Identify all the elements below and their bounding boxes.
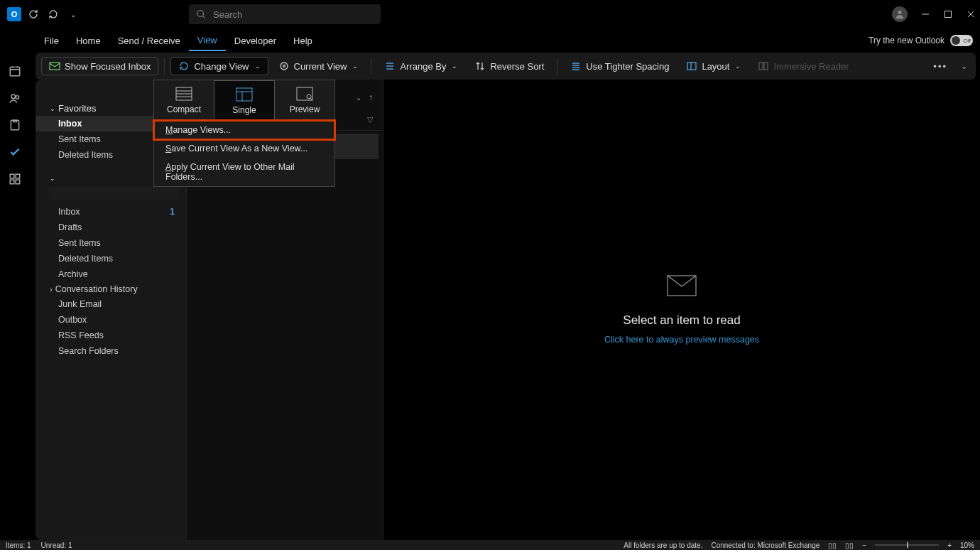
svg-point-0 — [197, 11, 204, 17]
svg-rect-2 — [945, 11, 952, 18]
folder-deleted[interactable]: Deleted Items — [36, 251, 186, 266]
svg-rect-15 — [687, 63, 696, 70]
arrange-by-button[interactable]: Arrange By⌄ — [377, 58, 464, 75]
menu-home[interactable]: Home — [67, 31, 109, 50]
folder-junk[interactable]: Junk Email — [36, 296, 186, 312]
try-new-toggle[interactable]: Off — [950, 35, 973, 46]
menu-developer[interactable]: Developer — [226, 31, 285, 50]
folder-sent[interactable]: Sent Items — [36, 235, 186, 251]
save-current-view-item[interactable]: Save Current View As a New View... — [154, 139, 334, 158]
customize-down-icon[interactable]: ⌄ — [65, 6, 81, 22]
view-preview[interactable]: Preview — [275, 80, 334, 120]
immersive-reader-button: Immersive Reader — [751, 58, 856, 75]
undo-icon[interactable] — [45, 6, 61, 22]
svg-rect-4 — [10, 67, 20, 75]
maximize-button[interactable] — [943, 9, 953, 19]
folder-inbox[interactable]: Inbox1 — [36, 204, 186, 220]
account-name-obscured — [48, 187, 179, 200]
always-preview-link[interactable]: Click here to always preview messages — [604, 335, 759, 345]
menu-send-receive[interactable]: Send / Receive — [109, 31, 189, 50]
folder-drafts[interactable]: Drafts — [36, 220, 186, 235]
svg-point-13 — [281, 63, 288, 70]
reading-pane-title: Select an item to read — [623, 313, 740, 328]
status-items: Items: 1 — [6, 541, 31, 549]
refresh-icon[interactable] — [26, 6, 41, 22]
view-compact[interactable]: Compact — [154, 80, 214, 120]
status-unread: Unread: 1 — [41, 541, 72, 549]
try-new-label: Try the new Outlook — [869, 36, 944, 45]
view-reading-icon[interactable]: ▯▯ — [845, 541, 854, 549]
zoom-in-button[interactable]: + — [947, 541, 952, 549]
menu-help[interactable]: Help — [285, 31, 321, 50]
status-connected: Connected to: Microsoft Exchange — [711, 541, 820, 549]
nav-calendar-icon[interactable] — [8, 64, 22, 78]
msg-filter-dropdown[interactable]: ⌄ — [356, 94, 361, 102]
svg-rect-18 — [236, 88, 252, 101]
current-view-button[interactable]: Current View⌄ — [271, 58, 366, 75]
close-button[interactable] — [966, 9, 976, 19]
zoom-slider[interactable] — [875, 544, 939, 546]
svg-point-1 — [898, 11, 901, 14]
manage-views-item[interactable]: Manage Views... — [154, 121, 334, 139]
zoom-level: 10% — [960, 541, 974, 549]
reading-pane: Select an item to read Click here to alw… — [383, 80, 980, 540]
folder-rss[interactable]: RSS Feeds — [36, 328, 186, 343]
view-single[interactable]: Single — [214, 80, 275, 120]
change-view-button[interactable]: Change View⌄ — [170, 57, 268, 75]
avatar[interactable] — [892, 6, 908, 22]
menu-view[interactable]: View — [189, 31, 226, 51]
reverse-sort-button[interactable]: Reverse Sort — [467, 58, 551, 75]
svg-point-14 — [283, 65, 285, 68]
status-uptodate: All folders are up to date. — [624, 541, 702, 549]
msg-sort-arrow[interactable]: ↑ — [369, 92, 373, 102]
minimize-button[interactable] — [920, 9, 930, 19]
ribbon-collapse-button[interactable]: ⌄ — [961, 62, 967, 71]
show-focused-inbox-button[interactable]: Show Focused Inbox — [41, 57, 158, 75]
ribbon-overflow-button[interactable]: ••• — [933, 61, 947, 72]
change-view-dropdown: Compact Single Preview Manage Views... S… — [153, 80, 335, 187]
menu-file[interactable]: File — [36, 31, 67, 50]
folder-conversation-history[interactable]: Conversation History — [36, 282, 186, 296]
msg-filter-icon[interactable]: ▽ — [367, 115, 373, 130]
status-bar: Items: 1 Unread: 1 All folders are up to… — [0, 540, 980, 550]
tighter-spacing-button[interactable]: Use Tighter Spacing — [563, 58, 676, 75]
search-placeholder: Search — [213, 9, 242, 20]
folder-archive[interactable]: Archive — [36, 266, 186, 282]
apply-current-view-item[interactable]: Apply Current View to Other Mail Folders… — [154, 158, 334, 186]
folder-search-folders[interactable]: Search Folders — [36, 343, 186, 359]
envelope-icon — [667, 275, 697, 296]
search-input[interactable]: Search — [189, 4, 381, 24]
view-normal-icon[interactable]: ▯▯ — [828, 541, 837, 549]
outlook-logo: O — [7, 7, 21, 21]
svg-rect-12 — [50, 63, 60, 70]
layout-button[interactable]: Layout⌄ — [679, 58, 748, 75]
zoom-out-button[interactable]: − — [862, 541, 866, 549]
folder-outbox[interactable]: Outbox — [36, 312, 186, 328]
